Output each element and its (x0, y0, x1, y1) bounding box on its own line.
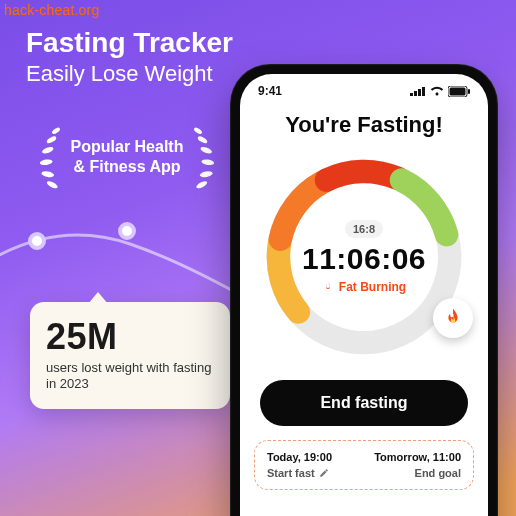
stat-number: 25M (46, 316, 214, 358)
svg-point-7 (197, 135, 208, 144)
svg-point-3 (39, 159, 52, 166)
phone-frame: 9:41 You're Fasting! (230, 64, 498, 516)
stage-label: Fat Burning (322, 280, 406, 294)
phone-screen: 9:41 You're Fasting! (240, 74, 488, 516)
laurel-right-icon (189, 123, 219, 191)
svg-point-10 (200, 170, 213, 178)
hero-subtitle: Easily Lose Weight (26, 61, 233, 87)
battery-icon (448, 86, 470, 97)
wifi-icon (430, 86, 444, 96)
end-fasting-button[interactable]: End fasting (260, 380, 468, 426)
svg-point-11 (196, 180, 209, 190)
svg-rect-15 (422, 87, 425, 96)
status-time: 9:41 (258, 84, 282, 98)
stage-text: Fat Burning (339, 280, 406, 294)
svg-rect-18 (468, 89, 470, 94)
stat-card: 25M users lost weight with fasting in 20… (30, 302, 230, 409)
elapsed-timer: 11:06:06 (302, 242, 426, 276)
schedule-card[interactable]: Today, 19:00 Start fast Tomorrow, 11:00 … (254, 440, 474, 490)
hero-title: Fasting Tracker (26, 28, 233, 57)
pencil-icon[interactable] (319, 468, 329, 478)
svg-point-8 (200, 146, 213, 155)
progress-dial: 16:8 11:06:06 Fat Burning (257, 150, 471, 364)
flame-badge-icon (433, 298, 473, 338)
laurel-line-1: Popular Health (71, 137, 184, 157)
svg-rect-12 (410, 93, 413, 96)
svg-point-0 (51, 126, 61, 135)
fasting-headline: You're Fasting! (240, 112, 488, 138)
start-time-label: Today, 19:00 (267, 451, 332, 463)
curve-dot-icon (118, 222, 136, 240)
stat-description: users lost weight with fasting in 2023 (46, 360, 214, 393)
svg-point-5 (45, 180, 58, 190)
start-sub-label: Start fast (267, 467, 315, 479)
watermark-text: hack-cheat.org (4, 2, 99, 18)
signal-icon (410, 86, 426, 96)
flame-small-icon (322, 281, 334, 293)
plan-chip[interactable]: 16:8 (345, 220, 383, 238)
svg-point-2 (41, 146, 54, 155)
svg-point-1 (45, 135, 56, 144)
curve-dot-icon (28, 232, 46, 250)
status-bar: 9:41 (240, 74, 488, 98)
svg-point-4 (41, 170, 54, 178)
svg-rect-17 (450, 87, 466, 95)
svg-point-6 (193, 126, 203, 135)
svg-point-9 (202, 159, 215, 166)
hero-title-block: Fasting Tracker Easily Lose Weight (26, 28, 233, 87)
svg-rect-14 (418, 89, 421, 96)
svg-rect-13 (414, 91, 417, 96)
laurel-left-icon (35, 123, 65, 191)
end-time-label: Tomorrow, 11:00 (374, 451, 461, 463)
laurel-badge: Popular Health & Fitness App (12, 118, 242, 196)
laurel-line-2: & Fitness App (71, 157, 184, 177)
end-sub-label: End goal (415, 467, 461, 479)
